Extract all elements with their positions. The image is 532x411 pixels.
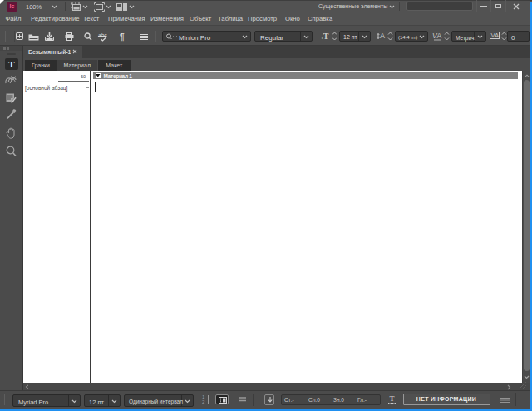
svg-text:A: A [380, 32, 385, 40]
svg-text:A: A [437, 32, 442, 40]
svg-text:T: T [390, 394, 395, 403]
svg-text:VA: VA [491, 32, 499, 39]
